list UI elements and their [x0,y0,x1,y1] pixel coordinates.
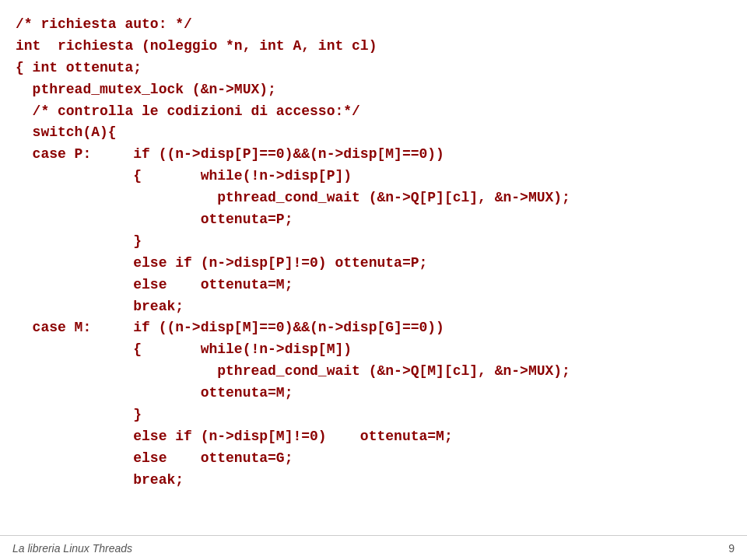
code-line: ottenuta=M; [16,383,731,404]
code-line: { int ottenuta; [16,58,731,79]
code-line: case P: if ((n->disp[P]==0)&&(n->disp[M]… [16,144,731,166]
code-area: /* richiesta auto: */int richiesta (nole… [0,0,747,535]
code-line: ottenuta=P; [16,209,731,231]
code-line: else if (n->disp[P]!=0) ottenuta=P; [16,253,731,275]
code-line: else ottenuta=M; [16,275,731,296]
footer: La libreria Linux Threads 9 [0,535,747,560]
code-line: break; [16,470,731,492]
code-line: pthread_cond_wait (&n->Q[P][cl], &n->MUX… [16,187,731,209]
code-line: } [16,404,731,426]
code-line: { while(!n->disp[P]) [16,166,731,187]
code-line: switch(A){ [16,122,731,144]
footer-title: La libreria Linux Threads [12,542,132,555]
code-line: pthread_mutex_lock (&n->MUX); [16,79,731,101]
code-line: int richiesta (noleggio *n, int A, int c… [16,36,731,58]
code-line: else if (n->disp[M]!=0) ottenuta=M; [16,426,731,448]
code-line: } [16,231,731,253]
code-line: else ottenuta=G; [16,448,731,470]
main-content: /* richiesta auto: */int richiesta (nole… [0,0,747,560]
code-line: /* controlla le codizioni di accesso:*/ [16,101,731,123]
code-line: case M: if ((n->disp[M]==0)&&(n->disp[G]… [16,317,731,339]
code-line: pthread_cond_wait (&n->Q[M][cl], &n->MUX… [16,361,731,383]
code-line: /* richiesta auto: */ [16,14,731,36]
code-line: { while(!n->disp[M]) [16,339,731,361]
code-line: break; [16,296,731,318]
footer-page: 9 [728,542,735,555]
